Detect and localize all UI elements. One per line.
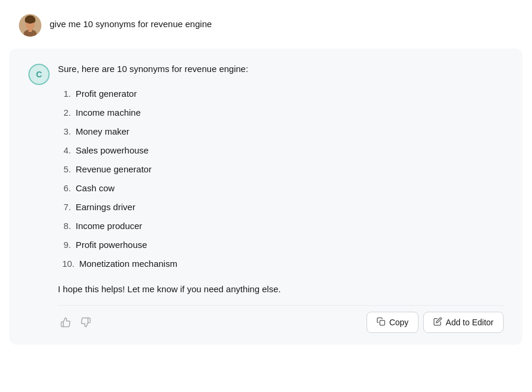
list-item-number: 6. (58, 181, 71, 195)
list-item-number: 2. (58, 106, 71, 120)
copy-label: Copy (389, 318, 408, 327)
list-item-text: Profit powerhouse (76, 238, 147, 252)
list-item: 4.Sales powerhouse (58, 141, 504, 160)
list-item-text: Profit generator (76, 87, 137, 101)
action-bar: Copy Add to Editor (58, 305, 504, 335)
add-to-editor-label: Add to Editor (446, 318, 494, 327)
list-item-number: 4. (58, 143, 71, 158)
thumbs-down-button[interactable] (78, 315, 93, 330)
add-to-editor-button[interactable]: Add to Editor (423, 312, 504, 333)
ai-message: C Sure, here are 10 synonyms for revenue… (9, 48, 523, 345)
list-item: 9.Profit powerhouse (58, 236, 504, 254)
list-item: 7.Earnings driver (58, 198, 504, 217)
ai-intro-text: Sure, here are 10 synonyms for revenue e… (58, 63, 504, 76)
svg-point-3 (25, 18, 35, 24)
list-item-number: 9. (58, 238, 71, 252)
list-item-text: Monetization mechanism (79, 257, 177, 271)
list-item-text: Earnings driver (76, 200, 135, 214)
ai-avatar: C (28, 64, 50, 85)
ai-outro-text: I hope this helps! Let me know if you ne… (58, 283, 504, 296)
user-query-text: give me 10 synonyms for revenue engine (50, 14, 212, 29)
list-item-number: 7. (58, 200, 71, 214)
list-item: 6.Cash cow (58, 179, 504, 198)
user-message: give me 10 synonyms for revenue engine (0, 0, 532, 48)
list-item-number: 1. (58, 87, 71, 101)
list-item-text: Money maker (76, 125, 129, 139)
thumbs-up-button[interactable] (58, 315, 73, 330)
list-item: 1.Profit generator (58, 84, 504, 103)
chat-container: give me 10 synonyms for revenue engine C… (0, 0, 532, 392)
add-to-editor-icon (433, 317, 442, 328)
list-item-text: Income producer (76, 219, 142, 233)
list-item-text: Income machine (76, 106, 141, 120)
synonyms-list: 1.Profit generator2.Income machine3.Mone… (58, 84, 504, 273)
list-item-text: Revenue generator (76, 162, 151, 177)
ai-response-wrapper: C Sure, here are 10 synonyms for revenue… (0, 48, 532, 354)
right-actions: Copy Add to Editor (366, 312, 504, 333)
copy-button[interactable]: Copy (366, 312, 419, 333)
list-item-number: 5. (58, 162, 71, 177)
list-item-number: 8. (58, 219, 71, 233)
list-item: 5.Revenue generator (58, 160, 504, 179)
list-item: 2.Income machine (58, 103, 504, 122)
list-item-number: 3. (58, 125, 71, 139)
list-item-text: Cash cow (76, 181, 115, 195)
ai-content: Sure, here are 10 synonyms for revenue e… (58, 63, 504, 335)
list-item-number: 10. (58, 257, 74, 271)
list-item: 3.Money maker (58, 122, 504, 141)
feedback-buttons (58, 315, 93, 330)
copy-icon (377, 317, 385, 328)
svg-rect-5 (28, 28, 32, 32)
list-item: 10.Monetization mechanism (58, 254, 504, 273)
list-item: 8.Income producer (58, 217, 504, 236)
user-avatar (19, 14, 41, 37)
svg-rect-6 (380, 321, 385, 325)
list-item-text: Sales powerhouse (76, 143, 148, 158)
